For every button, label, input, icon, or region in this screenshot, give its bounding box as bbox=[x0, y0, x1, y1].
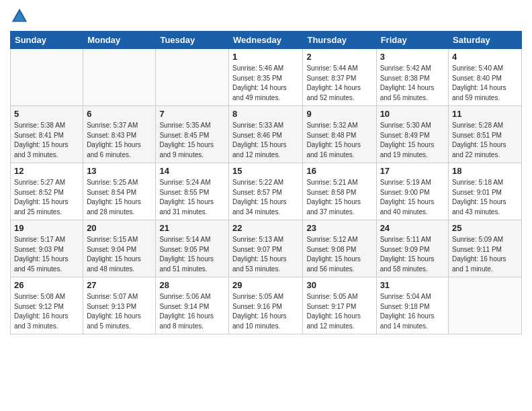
day-number: 23 bbox=[306, 223, 372, 233]
weekday-header-saturday: Saturday bbox=[449, 32, 522, 49]
calendar-cell: 27Sunrise: 5:07 AMSunset: 9:13 PMDayligh… bbox=[83, 277, 156, 334]
calendar-cell: 16Sunrise: 5:21 AMSunset: 8:58 PMDayligh… bbox=[303, 163, 376, 220]
day-info: Sunrise: 5:25 AMSunset: 8:54 PMDaylight:… bbox=[87, 178, 152, 217]
day-info: Sunrise: 5:30 AMSunset: 8:49 PMDaylight:… bbox=[380, 121, 445, 160]
logo bbox=[10, 7, 32, 26]
calendar-cell bbox=[156, 49, 229, 106]
calendar-cell: 11Sunrise: 5:28 AMSunset: 8:51 PMDayligh… bbox=[449, 106, 522, 163]
day-info: Sunrise: 5:32 AMSunset: 8:48 PMDaylight:… bbox=[306, 121, 372, 160]
day-number: 17 bbox=[380, 166, 445, 176]
day-number: 22 bbox=[232, 223, 299, 233]
day-number: 12 bbox=[14, 166, 79, 176]
day-info: Sunrise: 5:14 AMSunset: 9:05 PMDaylight:… bbox=[159, 235, 225, 274]
day-number: 2 bbox=[306, 52, 372, 62]
calendar-cell: 24Sunrise: 5:11 AMSunset: 9:09 PMDayligh… bbox=[376, 220, 448, 277]
day-info: Sunrise: 5:05 AMSunset: 9:17 PMDaylight:… bbox=[306, 292, 372, 331]
day-info: Sunrise: 5:05 AMSunset: 9:16 PMDaylight:… bbox=[232, 292, 299, 331]
day-number: 9 bbox=[306, 109, 372, 119]
day-info: Sunrise: 5:21 AMSunset: 8:58 PMDaylight:… bbox=[306, 178, 372, 217]
calendar-cell: 15Sunrise: 5:22 AMSunset: 8:57 PMDayligh… bbox=[229, 163, 303, 220]
day-number: 6 bbox=[87, 109, 152, 119]
day-number: 16 bbox=[306, 166, 372, 176]
day-number: 31 bbox=[380, 280, 445, 290]
day-info: Sunrise: 5:35 AMSunset: 8:45 PMDaylight:… bbox=[159, 121, 225, 160]
day-number: 15 bbox=[232, 166, 299, 176]
day-info: Sunrise: 5:13 AMSunset: 9:07 PMDaylight:… bbox=[232, 235, 299, 274]
calendar-cell: 13Sunrise: 5:25 AMSunset: 8:54 PMDayligh… bbox=[83, 163, 156, 220]
day-info: Sunrise: 5:07 AMSunset: 9:13 PMDaylight:… bbox=[87, 292, 152, 331]
calendar-week-row: 1Sunrise: 5:46 AMSunset: 8:35 PMDaylight… bbox=[11, 49, 522, 106]
day-info: Sunrise: 5:15 AMSunset: 9:04 PMDaylight:… bbox=[87, 235, 152, 274]
calendar-cell: 26Sunrise: 5:08 AMSunset: 9:12 PMDayligh… bbox=[11, 277, 83, 334]
calendar-cell bbox=[449, 277, 522, 334]
weekday-header-thursday: Thursday bbox=[303, 32, 376, 49]
day-number: 4 bbox=[452, 52, 518, 62]
day-number: 7 bbox=[159, 109, 225, 119]
calendar-cell: 14Sunrise: 5:24 AMSunset: 8:55 PMDayligh… bbox=[156, 163, 229, 220]
day-number: 3 bbox=[380, 52, 445, 62]
calendar-cell: 9Sunrise: 5:32 AMSunset: 8:48 PMDaylight… bbox=[303, 106, 376, 163]
calendar-cell: 31Sunrise: 5:04 AMSunset: 9:18 PMDayligh… bbox=[376, 277, 448, 334]
day-number: 13 bbox=[87, 166, 152, 176]
day-number: 24 bbox=[380, 223, 445, 233]
calendar-cell: 2Sunrise: 5:44 AMSunset: 8:37 PMDaylight… bbox=[303, 49, 376, 106]
calendar-cell bbox=[83, 49, 156, 106]
calendar-week-row: 19Sunrise: 5:17 AMSunset: 9:03 PMDayligh… bbox=[11, 220, 522, 277]
weekday-header-friday: Friday bbox=[376, 32, 448, 49]
day-info: Sunrise: 5:44 AMSunset: 8:37 PMDaylight:… bbox=[306, 64, 372, 103]
calendar-header-row: SundayMondayTuesdayWednesdayThursdayFrid… bbox=[11, 32, 522, 49]
day-info: Sunrise: 5:04 AMSunset: 9:18 PMDaylight:… bbox=[380, 292, 445, 331]
calendar-cell: 23Sunrise: 5:12 AMSunset: 9:08 PMDayligh… bbox=[303, 220, 376, 277]
page-header bbox=[10, 7, 522, 26]
calendar-cell: 5Sunrise: 5:38 AMSunset: 8:41 PMDaylight… bbox=[11, 106, 83, 163]
calendar-cell: 22Sunrise: 5:13 AMSunset: 9:07 PMDayligh… bbox=[229, 220, 303, 277]
weekday-header-monday: Monday bbox=[83, 32, 156, 49]
calendar-cell bbox=[11, 49, 83, 106]
weekday-header-wednesday: Wednesday bbox=[229, 32, 303, 49]
day-number: 21 bbox=[159, 223, 225, 233]
day-number: 30 bbox=[306, 280, 372, 290]
day-number: 1 bbox=[232, 52, 299, 62]
day-info: Sunrise: 5:33 AMSunset: 8:46 PMDaylight:… bbox=[232, 121, 299, 160]
calendar-table: SundayMondayTuesdayWednesdayThursdayFrid… bbox=[10, 31, 522, 334]
day-number: 20 bbox=[87, 223, 152, 233]
calendar-cell: 18Sunrise: 5:18 AMSunset: 9:01 PMDayligh… bbox=[449, 163, 522, 220]
day-info: Sunrise: 5:24 AMSunset: 8:55 PMDaylight:… bbox=[159, 178, 225, 217]
day-info: Sunrise: 5:18 AMSunset: 9:01 PMDaylight:… bbox=[452, 178, 518, 217]
day-number: 8 bbox=[232, 109, 299, 119]
day-info: Sunrise: 5:06 AMSunset: 9:14 PMDaylight:… bbox=[159, 292, 225, 331]
day-number: 14 bbox=[159, 166, 225, 176]
day-info: Sunrise: 5:08 AMSunset: 9:12 PMDaylight:… bbox=[14, 292, 79, 331]
calendar-cell: 25Sunrise: 5:09 AMSunset: 9:11 PMDayligh… bbox=[449, 220, 522, 277]
calendar-cell: 20Sunrise: 5:15 AMSunset: 9:04 PMDayligh… bbox=[83, 220, 156, 277]
calendar-cell: 8Sunrise: 5:33 AMSunset: 8:46 PMDaylight… bbox=[229, 106, 303, 163]
calendar-cell: 7Sunrise: 5:35 AMSunset: 8:45 PMDaylight… bbox=[156, 106, 229, 163]
day-info: Sunrise: 5:12 AMSunset: 9:08 PMDaylight:… bbox=[306, 235, 372, 274]
day-info: Sunrise: 5:22 AMSunset: 8:57 PMDaylight:… bbox=[232, 178, 299, 217]
day-info: Sunrise: 5:42 AMSunset: 8:38 PMDaylight:… bbox=[380, 64, 445, 103]
day-info: Sunrise: 5:38 AMSunset: 8:41 PMDaylight:… bbox=[14, 121, 79, 160]
calendar-cell: 3Sunrise: 5:42 AMSunset: 8:38 PMDaylight… bbox=[376, 49, 448, 106]
day-number: 25 bbox=[452, 223, 518, 233]
day-number: 27 bbox=[87, 280, 152, 290]
day-number: 29 bbox=[232, 280, 299, 290]
logo-icon bbox=[10, 7, 29, 26]
calendar-cell: 10Sunrise: 5:30 AMSunset: 8:49 PMDayligh… bbox=[376, 106, 448, 163]
day-info: Sunrise: 5:27 AMSunset: 8:52 PMDaylight:… bbox=[14, 178, 79, 217]
calendar-cell: 17Sunrise: 5:19 AMSunset: 9:00 PMDayligh… bbox=[376, 163, 448, 220]
calendar-cell: 28Sunrise: 5:06 AMSunset: 9:14 PMDayligh… bbox=[156, 277, 229, 334]
day-info: Sunrise: 5:46 AMSunset: 8:35 PMDaylight:… bbox=[232, 64, 299, 103]
calendar-week-row: 26Sunrise: 5:08 AMSunset: 9:12 PMDayligh… bbox=[11, 277, 522, 334]
calendar-cell: 19Sunrise: 5:17 AMSunset: 9:03 PMDayligh… bbox=[11, 220, 83, 277]
day-number: 5 bbox=[14, 109, 79, 119]
calendar-cell: 1Sunrise: 5:46 AMSunset: 8:35 PMDaylight… bbox=[229, 49, 303, 106]
day-info: Sunrise: 5:09 AMSunset: 9:11 PMDaylight:… bbox=[452, 235, 518, 274]
calendar-cell: 21Sunrise: 5:14 AMSunset: 9:05 PMDayligh… bbox=[156, 220, 229, 277]
day-info: Sunrise: 5:11 AMSunset: 9:09 PMDaylight:… bbox=[380, 235, 445, 274]
day-number: 10 bbox=[380, 109, 445, 119]
day-info: Sunrise: 5:19 AMSunset: 9:00 PMDaylight:… bbox=[380, 178, 445, 217]
calendar-cell: 30Sunrise: 5:05 AMSunset: 9:17 PMDayligh… bbox=[303, 277, 376, 334]
calendar-cell: 29Sunrise: 5:05 AMSunset: 9:16 PMDayligh… bbox=[229, 277, 303, 334]
day-info: Sunrise: 5:40 AMSunset: 8:40 PMDaylight:… bbox=[452, 64, 518, 103]
day-number: 18 bbox=[452, 166, 518, 176]
